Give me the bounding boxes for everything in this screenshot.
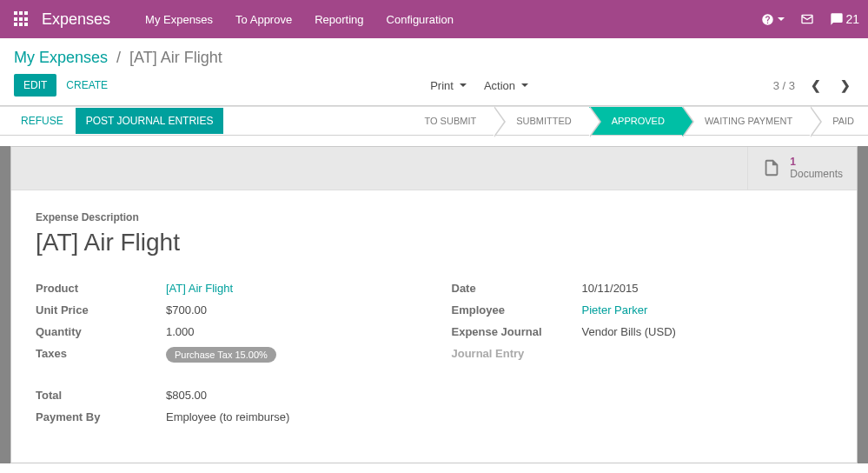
unit-price-value: $700.00 [166,303,207,316]
date-label: Date [452,282,582,295]
employee-value[interactable]: Pieter Parker [582,303,648,316]
journal-entry-label: Journal Entry [452,347,582,360]
documents-label: Documents [790,168,843,180]
expense-description-label: Expense Description [36,211,832,223]
pager-prev[interactable]: ❮ [807,75,825,96]
breadcrumb-parent[interactable]: My Expenses [14,49,108,67]
inbox-menu[interactable] [800,12,814,26]
pager-text: 3 / 3 [773,79,795,92]
print-label: Print [430,79,454,92]
book-icon [762,158,781,177]
record-title: [AT] Air Flight [36,229,832,256]
status-bar: REFUSE POST JOURNAL ENTRIES TO SUBMITSUB… [0,106,868,136]
help-icon [761,13,774,26]
messages-count: 21 [845,12,859,26]
date-value: 10/11/2015 [582,282,639,295]
breadcrumb-current: [AT] Air Flight [129,49,222,67]
chat-icon [830,12,844,26]
action-dropdown[interactable]: Action [484,79,528,92]
print-dropdown[interactable]: Print [430,79,467,92]
envelope-icon [800,12,814,26]
edit-button[interactable]: EDIT [14,74,56,97]
nav-configuration[interactable]: Configuration [387,13,454,26]
quantity-value: 1.000 [166,325,195,338]
caret-down-icon [460,83,467,87]
create-button[interactable]: CREATE [56,74,117,97]
status-step-submitted[interactable]: SUBMITTED [494,107,589,135]
documents-stat-button[interactable]: 1 Documents [747,147,857,190]
nav-my-expenses[interactable]: My Expenses [145,13,213,26]
product-label: Product [36,282,166,295]
app-title: Expenses [42,10,110,29]
employee-label: Employee [452,303,582,316]
breadcrumb: My Expenses / [AT] Air Flight [14,49,222,67]
nav-to-approve[interactable]: To Approve [235,13,292,26]
payment-by-label: Payment By [36,410,166,423]
help-menu[interactable] [761,13,785,26]
form-sheet: 1 Documents Expense Description [AT] Air… [10,146,858,463]
quantity-label: Quantity [36,325,166,338]
messages-menu[interactable]: 21 [830,12,859,26]
total-value: $805.00 [166,389,207,402]
expense-journal-label: Expense Journal [452,325,582,338]
nav-links: My Expenses To Approve Reporting Configu… [145,13,761,26]
taxes-label: Taxes [36,347,166,363]
tax-tag: Purchase Tax 15.00% [166,347,276,363]
action-label: Action [484,79,515,92]
unit-price-label: Unit Price [36,303,166,316]
top-navbar: Expenses My Expenses To Approve Reportin… [0,0,868,38]
documents-count: 1 [790,156,796,168]
refuse-button[interactable]: REFUSE [12,110,72,132]
status-step-to-submit[interactable]: TO SUBMIT [401,107,494,135]
apps-icon[interactable] [14,11,30,27]
total-label: Total [36,389,166,402]
breadcrumb-sep: / [116,49,121,67]
nav-reporting[interactable]: Reporting [315,13,363,26]
expense-journal-value: Vendor Bills (USD) [582,325,676,338]
product-value[interactable]: [AT] Air Flight [166,282,233,295]
status-step-waiting-payment[interactable]: WAITING PAYMENT [682,107,810,135]
status-step-approved[interactable]: APPROVED [589,107,682,135]
caret-down-icon [521,83,528,87]
pager-next[interactable]: ❯ [837,75,854,96]
post-journal-button[interactable]: POST JOURNAL ENTRIES [76,108,224,134]
payment-by-value: Employee (to reimburse) [166,410,289,423]
taxes-value: Purchase Tax 15.00% [166,347,276,363]
